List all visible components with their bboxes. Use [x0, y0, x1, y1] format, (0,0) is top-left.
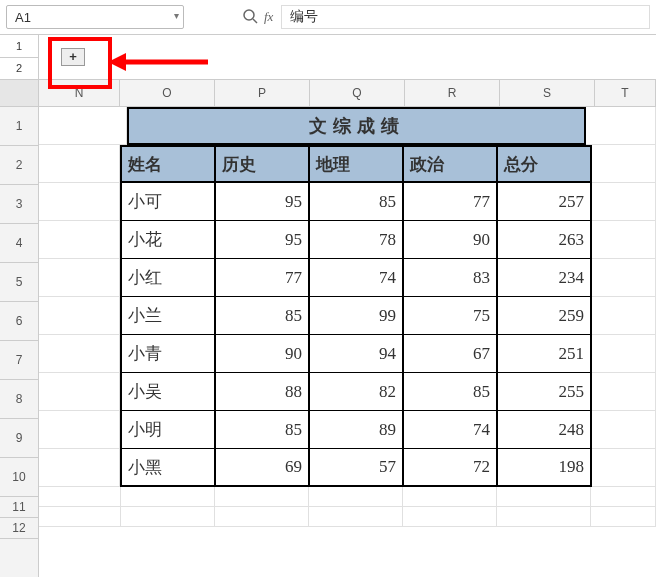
cell-score[interactable]: 74	[309, 259, 403, 297]
table-header[interactable]: 姓名	[120, 145, 215, 183]
outline-level-2[interactable]: 2	[0, 58, 38, 80]
row-header[interactable]: 4	[0, 224, 38, 263]
select-all-corner[interactable]	[0, 80, 38, 107]
cell[interactable]	[121, 487, 215, 507]
cell[interactable]	[591, 487, 656, 507]
cell[interactable]	[121, 507, 215, 527]
cell[interactable]	[39, 145, 120, 183]
cell-score[interactable]: 95	[215, 183, 309, 221]
cell[interactable]	[497, 507, 591, 527]
cell-total[interactable]: 251	[497, 335, 592, 373]
cell-total[interactable]: 257	[497, 183, 592, 221]
cell-score[interactable]: 90	[403, 221, 497, 259]
table-header[interactable]: 总分	[497, 145, 592, 183]
cell-score[interactable]: 75	[403, 297, 497, 335]
row-header[interactable]: 3	[0, 185, 38, 224]
cell-name[interactable]: 小可	[120, 183, 215, 221]
cell-score[interactable]: 69	[215, 449, 309, 487]
cell[interactable]	[39, 411, 120, 449]
row-header[interactable]: 1	[0, 107, 38, 146]
table-header[interactable]: 政治	[403, 145, 497, 183]
cell-total[interactable]: 259	[497, 297, 592, 335]
col-header[interactable]: N	[39, 80, 120, 106]
col-header[interactable]: S	[500, 80, 595, 106]
cell-name[interactable]: 小黑	[120, 449, 215, 487]
cell[interactable]	[592, 449, 656, 487]
cell-score[interactable]: 89	[309, 411, 403, 449]
row-header[interactable]: 10	[0, 458, 38, 497]
cell[interactable]	[592, 411, 656, 449]
cell-name[interactable]: 小吴	[120, 373, 215, 411]
cell[interactable]	[592, 259, 656, 297]
cell[interactable]	[309, 487, 403, 507]
table-header[interactable]: 历史	[215, 145, 309, 183]
cell-score[interactable]: 72	[403, 449, 497, 487]
cell-total[interactable]: 248	[497, 411, 592, 449]
col-header[interactable]: R	[405, 80, 500, 106]
outline-expand-button[interactable]: +	[61, 48, 85, 66]
cell-score[interactable]: 57	[309, 449, 403, 487]
col-header[interactable]: Q	[310, 80, 405, 106]
cell-score[interactable]: 82	[309, 373, 403, 411]
cell[interactable]	[592, 373, 656, 411]
search-icon[interactable]	[242, 8, 258, 27]
cell-total[interactable]: 234	[497, 259, 592, 297]
cell[interactable]	[39, 183, 120, 221]
cell[interactable]	[215, 487, 309, 507]
cell[interactable]	[39, 449, 120, 487]
cell[interactable]	[591, 507, 656, 527]
table-title[interactable]: 文综成绩	[127, 107, 586, 145]
row-header[interactable]: 6	[0, 302, 38, 341]
row-header[interactable]: 2	[0, 146, 38, 185]
cell-score[interactable]: 85	[309, 183, 403, 221]
cell[interactable]	[309, 507, 403, 527]
cell-score[interactable]: 83	[403, 259, 497, 297]
row-header[interactable]: 8	[0, 380, 38, 419]
cell-score[interactable]: 78	[309, 221, 403, 259]
row-header[interactable]: 9	[0, 419, 38, 458]
cell[interactable]	[592, 183, 656, 221]
cell[interactable]	[39, 259, 120, 297]
cell[interactable]	[39, 373, 120, 411]
row-header[interactable]: 5	[0, 263, 38, 302]
cell[interactable]	[586, 107, 656, 145]
cell-score[interactable]: 99	[309, 297, 403, 335]
cell-total[interactable]: 255	[497, 373, 592, 411]
row-header[interactable]: 11	[0, 497, 38, 518]
cell-score[interactable]: 95	[215, 221, 309, 259]
cell[interactable]	[39, 297, 120, 335]
fx-icon[interactable]: fx	[264, 9, 273, 25]
cell[interactable]	[39, 221, 120, 259]
cell-name[interactable]: 小红	[120, 259, 215, 297]
cell-score[interactable]: 67	[403, 335, 497, 373]
cell-total[interactable]: 263	[497, 221, 592, 259]
chevron-down-icon[interactable]: ▾	[174, 10, 179, 21]
cell[interactable]	[592, 221, 656, 259]
cell-name[interactable]: 小青	[120, 335, 215, 373]
cell[interactable]	[497, 487, 591, 507]
cell-score[interactable]: 90	[215, 335, 309, 373]
cell[interactable]	[39, 335, 120, 373]
cell-score[interactable]: 85	[215, 411, 309, 449]
cell-score[interactable]: 74	[403, 411, 497, 449]
outline-level-1[interactable]: 1	[0, 35, 38, 58]
cell[interactable]	[215, 507, 309, 527]
cell-score[interactable]: 85	[403, 373, 497, 411]
sheet-body[interactable]: 文综成绩 姓名 历史 地理 政治 总分 小可 95 85 77 257	[39, 107, 656, 527]
table-header[interactable]: 地理	[309, 145, 403, 183]
cell[interactable]	[592, 145, 656, 183]
cell[interactable]	[592, 297, 656, 335]
cell-total[interactable]: 198	[497, 449, 592, 487]
cell[interactable]	[39, 107, 127, 145]
col-header[interactable]: T	[595, 80, 656, 106]
cell[interactable]	[39, 487, 121, 507]
cell-score[interactable]: 85	[215, 297, 309, 335]
col-header[interactable]: P	[215, 80, 310, 106]
cell-score[interactable]: 88	[215, 373, 309, 411]
row-header[interactable]: 7	[0, 341, 38, 380]
formula-input[interactable]: 编号	[281, 5, 650, 29]
col-header[interactable]: O	[120, 80, 215, 106]
cell[interactable]	[39, 507, 121, 527]
row-header[interactable]: 12	[0, 518, 38, 539]
cell[interactable]	[592, 335, 656, 373]
